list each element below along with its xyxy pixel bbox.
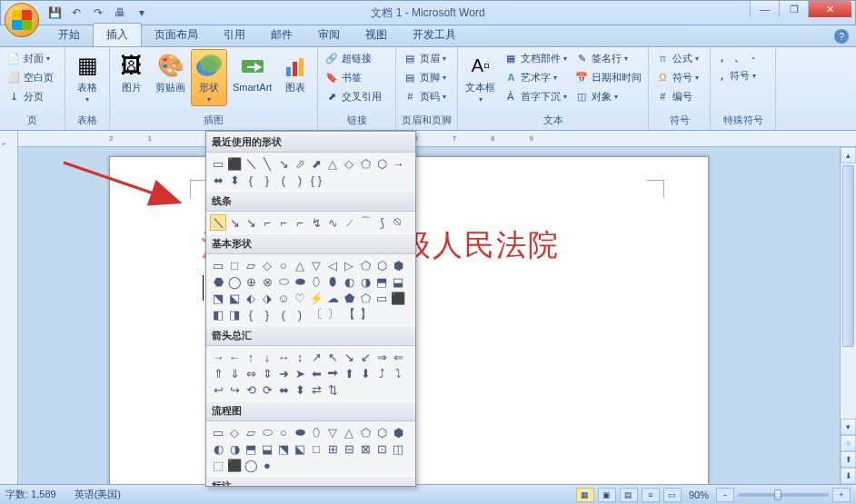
shape-item[interactable]: ⬈ (308, 155, 324, 172)
shape-item[interactable]: ↙ (357, 349, 373, 365)
shape-item[interactable]: ⬛ (226, 457, 243, 473)
shape-item[interactable]: ⬠ (357, 155, 373, 172)
shape-item[interactable]: ◑ (357, 273, 373, 290)
shape-item[interactable]: ◁ (324, 257, 341, 273)
sigline-button[interactable]: ✎签名行▾ (572, 49, 644, 67)
shape-item[interactable]: ⬀ (292, 155, 308, 172)
shapes-button[interactable]: 形状▾ (191, 49, 227, 106)
shape-item[interactable]: ) (292, 306, 308, 322)
footer-button[interactable]: ▤页脚▾ (400, 68, 449, 86)
next-page-button[interactable]: ⬇ (841, 468, 856, 484)
shape-item[interactable]: ⇒ (373, 349, 390, 365)
shape-item[interactable]: ▱ (243, 424, 259, 440)
shape-item[interactable]: ⬓ (259, 440, 275, 457)
shape-item[interactable]: ⬭ (275, 273, 292, 290)
clipart-button[interactable]: 🎨剪贴画 (152, 49, 189, 94)
scroll-thumb[interactable] (842, 165, 854, 347)
shape-item[interactable]: ➤ (292, 365, 308, 381)
shape-item[interactable]: ↖ (324, 349, 341, 365)
shape-item[interactable]: ◇ (341, 155, 357, 172)
shape-item[interactable]: ☺ (275, 290, 292, 306)
shape-item[interactable]: ⬗ (259, 290, 275, 306)
shape-item[interactable]: ⟲ (243, 381, 259, 398)
shape-item[interactable]: ↘ (226, 214, 243, 231)
prev-page-button[interactable]: ⬆ (841, 451, 856, 468)
vertical-ruler[interactable]: ⌐ (0, 131, 18, 484)
horizontal-ruler[interactable]: 21123456789 (18, 131, 856, 147)
shape-item[interactable]: ⬛ (226, 155, 243, 172)
page-break-button[interactable]: ⤓分页 (4, 87, 56, 105)
shape-item[interactable]: ⇅ (324, 381, 341, 398)
shape-item[interactable]: ⬛ (390, 290, 406, 306)
shape-item[interactable]: ⌒ (357, 214, 373, 231)
shape-item[interactable]: ↩ (210, 381, 226, 398)
tab-references[interactable]: 引用 (211, 24, 258, 46)
tab-developer[interactable]: 开发工具 (400, 24, 469, 46)
shape-item[interactable]: ⬬ (292, 424, 308, 440)
shape-item[interactable]: ⟆ (373, 214, 390, 231)
symbol-button[interactable]: Ω符号▾ (652, 68, 702, 86)
shape-item[interactable]: ▭ (373, 290, 390, 306)
shape-item[interactable]: ◫ (390, 440, 406, 457)
shape-item[interactable]: ▽ (324, 424, 341, 440)
shape-item[interactable]: ⮕ (324, 365, 341, 381)
scroll-down-button[interactable]: ▾ (841, 419, 856, 435)
print-layout-view-button[interactable]: ▦ (576, 488, 594, 502)
close-button[interactable]: ✕ (808, 1, 851, 17)
shape-item[interactable]: 【 (341, 306, 357, 322)
shape-item[interactable]: ⬡ (373, 257, 390, 273)
dunhao-button[interactable]: 、 (732, 49, 747, 66)
shape-item[interactable]: ⬓ (390, 273, 406, 290)
shape-item[interactable]: ⤴ (373, 365, 390, 381)
shape-item[interactable]: } (259, 306, 275, 322)
shape-item[interactable]: ◑ (226, 440, 243, 457)
shape-item[interactable]: ⊡ (373, 440, 390, 457)
shape-item[interactable]: ⊠ (357, 440, 373, 457)
tab-review[interactable]: 审阅 (305, 24, 353, 46)
shape-item[interactable]: ＼ (210, 214, 226, 231)
office-button[interactable] (5, 3, 39, 37)
shape-item[interactable]: ⬌ (275, 381, 292, 398)
shape-item[interactable]: ⬯ (308, 424, 324, 440)
shape-item[interactable]: ⇔ (243, 365, 259, 381)
shape-item[interactable]: ⟳ (259, 381, 275, 398)
shape-item[interactable]: ⇓ (226, 365, 243, 381)
shape-item[interactable]: ⬠ (357, 424, 373, 440)
shape-item[interactable]: ⊕ (243, 273, 259, 290)
shape-item[interactable]: ⬮ (324, 273, 341, 290)
shape-item[interactable]: ↘ (341, 349, 357, 365)
shape-item[interactable]: ⬒ (373, 273, 390, 290)
shape-item[interactable]: ↘ (275, 155, 292, 172)
header-button[interactable]: ▤页眉▾ (400, 49, 449, 67)
shape-item[interactable]: ⬆ (341, 365, 357, 381)
shape-item[interactable]: ⬠ (357, 257, 373, 273)
zoom-out-button[interactable]: − (716, 488, 734, 502)
web-layout-view-button[interactable]: ▤ (620, 488, 638, 502)
bookmark-button[interactable]: 🔖书签 (322, 68, 384, 86)
crossref-button[interactable]: ⬈交叉引用 (322, 87, 384, 105)
shape-item[interactable]: ⬖ (243, 290, 259, 306)
minimize-button[interactable]: ― (750, 1, 779, 17)
shape-item[interactable]: ⊟ (341, 440, 357, 457)
shape-item[interactable]: ⇑ (210, 365, 226, 381)
shape-item[interactable]: 】 (357, 306, 373, 322)
shape-item[interactable]: ⬅ (308, 365, 324, 381)
shape-item[interactable]: ↪ (226, 381, 243, 398)
shape-item[interactable]: { (243, 172, 259, 188)
shape-item[interactable]: ⌐ (275, 214, 292, 231)
shape-item[interactable]: ● (259, 457, 275, 473)
shape-item[interactable]: ↕ (292, 349, 308, 365)
shape-item[interactable]: 〕 (324, 306, 341, 322)
shape-item[interactable]: ◐ (341, 273, 357, 290)
shape-item[interactable]: △ (341, 424, 357, 440)
scroll-up-button[interactable]: ▴ (841, 147, 856, 163)
document-scroll[interactable]: 汀 中级人民法院 (18, 147, 840, 484)
shape-item[interactable]: → (390, 155, 406, 172)
datetime-button[interactable]: 📅日期和时间 (572, 68, 644, 86)
zoom-in-button[interactable]: + (832, 488, 851, 502)
shape-item[interactable]: ↯ (308, 214, 324, 231)
shape-item[interactable]: ⬒ (243, 440, 259, 457)
shape-item[interactable]: ↘ (243, 214, 259, 231)
shape-item[interactable]: ⬍ (226, 172, 243, 188)
picture-button[interactable]: 🖼图片 (114, 49, 150, 94)
